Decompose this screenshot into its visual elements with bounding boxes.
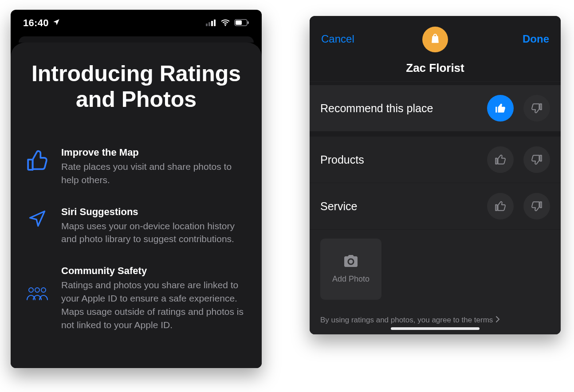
cellular-icon xyxy=(206,17,216,29)
done-button[interactable]: Done xyxy=(523,33,549,45)
rating-label: Recommend this place xyxy=(320,102,433,115)
battery-icon xyxy=(234,17,249,29)
feature-heading: Community Safety xyxy=(61,265,248,277)
feature-list: Improve the Map Rate places you visit an… xyxy=(25,147,248,332)
camera-icon xyxy=(342,255,359,270)
feature-siri-suggestions: Siri Suggestions Maps uses your on-devic… xyxy=(25,206,248,246)
feature-body: Maps uses your on-device location histor… xyxy=(61,220,248,246)
feature-improve-map: Improve the Map Rate places you visit an… xyxy=(25,147,248,187)
phone-rate-place: Cancel Done Zac Florist Recommend this p… xyxy=(310,16,561,334)
wifi-icon xyxy=(220,17,230,29)
phone-intro-sheet: 16:40 xyxy=(11,10,262,368)
cancel-button[interactable]: Cancel xyxy=(321,33,354,45)
thumbs-up-button[interactable] xyxy=(487,193,514,220)
thumbs-up-icon xyxy=(25,149,50,172)
rating-row-products: Products xyxy=(310,137,561,183)
status-icons xyxy=(206,17,249,29)
thumbs-down-button[interactable] xyxy=(523,95,550,122)
svg-point-9 xyxy=(35,288,39,292)
home-indicator[interactable] xyxy=(391,327,480,330)
people-group-icon xyxy=(25,286,50,302)
rating-row-recommend: Recommend this place xyxy=(310,82,561,137)
terms-text: By using ratings and photos, you agree t… xyxy=(320,316,493,325)
status-time: 16:40 xyxy=(23,17,49,29)
thumbs-down-button[interactable] xyxy=(523,193,550,220)
place-name: Zac Florist xyxy=(310,61,561,75)
thumbs-down-button[interactable] xyxy=(523,146,550,173)
feature-heading: Siri Suggestions xyxy=(61,206,248,218)
svg-point-10 xyxy=(41,288,46,292)
shopping-bag-icon xyxy=(429,33,441,46)
svg-rect-1 xyxy=(208,22,210,26)
intro-title: Introducing Ratings and Photos xyxy=(25,61,248,112)
chevron-right-icon xyxy=(495,316,500,325)
rating-list: Recommend this place Products xyxy=(310,82,561,334)
add-photo-label: Add Photo xyxy=(332,274,370,284)
feature-community-safety: Community Safety Ratings and photos you … xyxy=(25,265,248,331)
rating-row-service: Service xyxy=(310,183,561,230)
svg-rect-3 xyxy=(214,20,216,26)
sheet-underlay xyxy=(19,36,254,43)
feature-body: Ratings and photos you share are linked … xyxy=(61,278,248,331)
thumbs-up-button[interactable] xyxy=(487,95,514,122)
svg-rect-0 xyxy=(206,24,208,26)
navigation-arrow-icon xyxy=(25,209,50,228)
photo-area: Add Photo xyxy=(310,230,561,308)
status-bar: 16:40 xyxy=(11,10,262,36)
feature-heading: Improve the Map xyxy=(61,147,248,158)
svg-rect-2 xyxy=(211,21,213,26)
thumbs-up-button[interactable] xyxy=(487,146,514,173)
intro-sheet: Introducing Ratings and Photos Improve t… xyxy=(11,43,262,368)
svg-rect-6 xyxy=(236,20,242,25)
feature-body: Rate places you visit and share photos t… xyxy=(61,160,248,187)
svg-point-4 xyxy=(225,25,226,26)
place-category-badge xyxy=(422,27,448,52)
review-header: Cancel Done Zac Florist xyxy=(310,16,561,82)
svg-rect-7 xyxy=(248,21,249,24)
rating-label: Products xyxy=(320,153,364,166)
rating-label: Service xyxy=(320,200,357,213)
svg-point-8 xyxy=(29,288,33,292)
add-photo-button[interactable]: Add Photo xyxy=(320,239,381,300)
location-arrow-icon xyxy=(52,17,60,29)
terms-link[interactable]: By using ratings and photos, you agree t… xyxy=(310,308,561,334)
